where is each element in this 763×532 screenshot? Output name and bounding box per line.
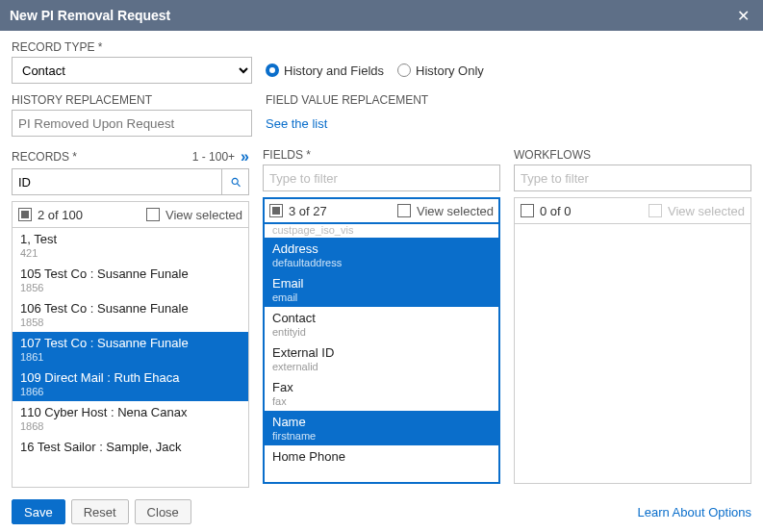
- list-item-title: 105 Test Co : Susanne Funale: [20, 266, 241, 281]
- list-item[interactable]: Home Phone: [265, 445, 498, 468]
- list-item-subtitle: defaultaddress: [272, 257, 491, 268]
- radio-history-only[interactable]: History Only: [397, 63, 484, 78]
- list-item-subtitle: 1856: [20, 282, 241, 293]
- dialog-title: New PI Removal Request: [10, 8, 170, 23]
- fields-count: 3 of 27: [289, 204, 327, 218]
- save-button[interactable]: Save: [12, 499, 65, 524]
- list-item-title: 109 Direct Mail : Ruth Ehaca: [20, 370, 241, 385]
- list-item-title: 16 Test Sailor : Sample, Jack: [20, 440, 241, 454]
- list-item[interactable]: Emailemail: [265, 272, 498, 307]
- list-item-title: 106 Test Co : Susanne Funale: [20, 301, 241, 316]
- radio-history-and-fields-label: History and Fields: [284, 63, 384, 78]
- fields-view-selected-checkbox[interactable]: [397, 204, 411, 217]
- workflows-filter-input[interactable]: [514, 165, 751, 191]
- list-item-subtitle: 1866: [20, 386, 241, 397]
- list-item[interactable]: 109 Direct Mail : Ruth Ehaca1866: [13, 367, 248, 401]
- workflows-view-selected-checkbox: [649, 204, 662, 217]
- list-item[interactable]: 107 Test Co : Susanne Funale1861: [13, 332, 248, 367]
- list-item[interactable]: 1, Test421: [13, 228, 248, 263]
- records-filter-input[interactable]: [12, 168, 222, 195]
- list-item-title: Name: [272, 415, 491, 429]
- list-item-subtitle: custpage_iso_vis: [272, 224, 491, 236]
- records-range: 1 - 100+: [192, 150, 235, 164]
- list-item[interactable]: Faxfax: [265, 376, 498, 411]
- fields-view-selected-label: View selected: [417, 204, 494, 218]
- list-item[interactable]: Namefirstname: [265, 411, 498, 445]
- records-pane: RECORDS * 1 - 100+ » ⚲ 2 of 100 View sel…: [12, 148, 249, 488]
- list-item-title: 107 Test Co : Susanne Funale: [20, 336, 241, 350]
- fields-pane: FIELDS * 3 of 27 View selected custpage_…: [263, 148, 500, 488]
- records-select-all-checkbox[interactable]: [18, 208, 32, 221]
- title-bar: New PI Removal Request ✕: [0, 0, 763, 31]
- workflows-select-all-checkbox[interactable]: [521, 204, 534, 217]
- list-item[interactable]: 110 Cyber Host : Nena Canax1868: [13, 401, 248, 436]
- radio-history-and-fields[interactable]: History and Fields: [266, 63, 384, 78]
- records-count: 2 of 100: [38, 208, 83, 222]
- list-item-title: 110 Cyber Host : Nena Canax: [20, 405, 241, 419]
- list-item-title: External ID: [272, 345, 491, 360]
- history-replacement-input[interactable]: [12, 110, 252, 137]
- list-item[interactable]: 105 Test Co : Susanne Funale1856: [13, 263, 248, 297]
- list-item[interactable]: Addressdefaultaddress: [265, 238, 498, 272]
- radio-dot-icon: [266, 63, 279, 77]
- list-item-title: Address: [272, 241, 491, 256]
- list-item-subtitle: externalid: [272, 361, 491, 372]
- fields-label: FIELDS *: [263, 148, 311, 162]
- fields-list[interactable]: custpage_iso_visAddressdefaultaddressEma…: [265, 224, 498, 482]
- fields-filter-input[interactable]: [263, 165, 500, 191]
- list-item-title: Email: [272, 276, 491, 291]
- list-item-subtitle: 1868: [20, 420, 241, 432]
- records-label: RECORDS *: [12, 150, 77, 164]
- history-scope-radio-group: History and Fields History Only: [266, 57, 484, 84]
- close-button[interactable]: Close: [135, 499, 191, 524]
- list-item-subtitle: fax: [272, 395, 491, 407]
- learn-about-options-link[interactable]: Learn About Options: [637, 505, 751, 519]
- list-item-subtitle: 1858: [20, 317, 241, 328]
- workflows-count: 0 of 0: [540, 204, 572, 218]
- list-item[interactable]: 16 Test Sailor : Sample, Jack: [13, 436, 248, 458]
- list-item-subtitle: 1861: [20, 351, 241, 363]
- list-item-title: 1, Test: [20, 232, 241, 246]
- list-item[interactable]: custpage_iso_vis: [265, 224, 498, 238]
- records-view-selected-checkbox[interactable]: [146, 208, 160, 221]
- workflows-label: WORKFLOWS: [514, 148, 591, 162]
- fields-select-all-checkbox[interactable]: [269, 204, 283, 217]
- close-icon[interactable]: ✕: [733, 7, 753, 25]
- workflows-view-selected-label: View selected: [668, 204, 745, 218]
- record-type-label: RECORD TYPE *: [12, 40, 252, 54]
- reset-button[interactable]: Reset: [71, 499, 129, 524]
- radio-dot-icon: [397, 63, 411, 77]
- history-replacement-label: HISTORY REPLACEMENT: [12, 93, 252, 107]
- search-icon[interactable]: ⚲: [222, 168, 249, 195]
- records-view-selected-label: View selected: [165, 208, 242, 222]
- list-item[interactable]: External IDexternalid: [265, 342, 498, 376]
- list-item[interactable]: Contactentityid: [265, 307, 498, 342]
- fvr-label: FIELD VALUE REPLACEMENT: [266, 93, 428, 107]
- list-item[interactable]: 106 Test Co : Susanne Funale1858: [13, 297, 248, 332]
- records-load-more-icon[interactable]: »: [241, 148, 249, 165]
- records-list[interactable]: 1, Test421105 Test Co : Susanne Funale18…: [13, 228, 248, 487]
- list-item-title: Home Phone: [272, 449, 491, 464]
- list-item-subtitle: firstname: [272, 430, 491, 442]
- list-item-title: Contact: [272, 311, 491, 325]
- record-type-select[interactable]: Contact: [12, 57, 252, 84]
- list-item-subtitle: entityid: [272, 326, 491, 338]
- radio-history-only-label: History Only: [416, 63, 484, 78]
- list-item-subtitle: 421: [20, 247, 241, 259]
- workflows-list[interactable]: [515, 224, 750, 483]
- see-the-list-link[interactable]: See the list: [266, 110, 428, 137]
- list-item-subtitle: email: [272, 291, 491, 303]
- workflows-pane: WORKFLOWS 0 of 0 View selected: [514, 148, 751, 488]
- list-item-title: Fax: [272, 380, 491, 394]
